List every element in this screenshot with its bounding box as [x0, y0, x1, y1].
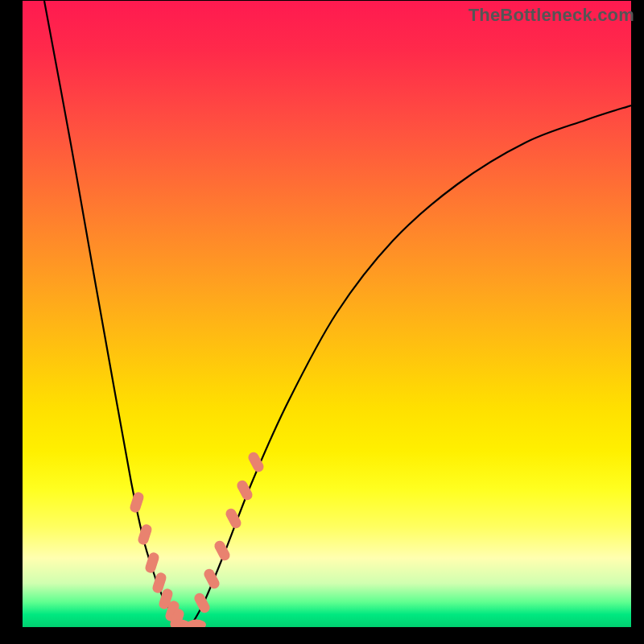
data-markers: [129, 450, 266, 627]
data-marker: [187, 620, 206, 628]
data-marker: [129, 491, 145, 514]
chart-svg: [23, 1, 631, 627]
data-marker: [192, 591, 212, 614]
curve-left: [44, 1, 190, 627]
watermark-text: TheBottleneck.com: [469, 5, 634, 26]
chart-frame: TheBottleneck.com: [0, 0, 644, 644]
data-marker: [202, 567, 221, 590]
data-marker: [246, 450, 266, 473]
plot-area: [23, 1, 631, 627]
data-marker: [144, 551, 160, 575]
data-marker: [137, 523, 153, 547]
curve-right: [190, 105, 631, 627]
